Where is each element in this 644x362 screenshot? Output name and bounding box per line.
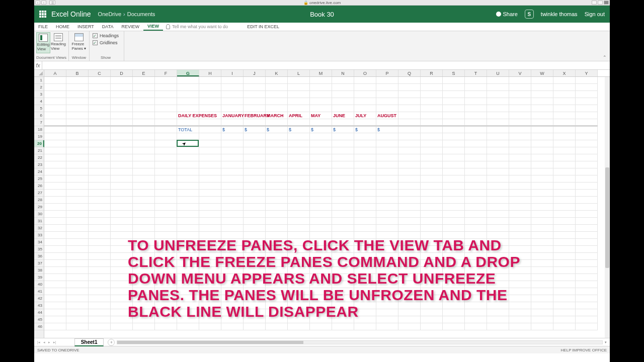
cell-J20[interactable] (244, 140, 266, 147)
cell-A46[interactable] (44, 323, 66, 330)
cell-M26[interactable] (310, 183, 332, 190)
cell-C31[interactable] (89, 218, 111, 225)
cell-Y4[interactable] (576, 98, 598, 105)
cell-I28[interactable] (221, 197, 244, 204)
cell-W28[interactable] (531, 197, 553, 204)
cell-F1[interactable] (155, 77, 177, 84)
cell-X35[interactable] (553, 246, 576, 253)
cell-C26[interactable] (89, 183, 111, 190)
cell-C5[interactable] (89, 105, 111, 112)
cell-T23[interactable] (465, 161, 487, 168)
cell-I31[interactable] (221, 218, 244, 225)
cell-K18[interactable]: $ (266, 126, 288, 133)
row-header-25[interactable]: 25 (34, 175, 44, 183)
cell-L21[interactable] (288, 147, 310, 154)
cell-T25[interactable] (465, 175, 487, 183)
cell-F20[interactable] (155, 140, 177, 147)
edit-in-excel[interactable]: EDIT IN EXCEL (243, 23, 283, 31)
cell-W44[interactable] (531, 309, 553, 316)
cell-G23[interactable] (177, 161, 199, 168)
cell-F7[interactable] (155, 119, 177, 126)
cell-Q32[interactable] (398, 225, 421, 232)
cell-R7[interactable] (421, 119, 443, 126)
cell-P26[interactable] (376, 183, 398, 190)
cell-F6[interactable] (155, 112, 177, 119)
cell-H31[interactable] (199, 218, 221, 225)
cell-G22[interactable] (177, 154, 199, 161)
row-header-39[interactable]: 39 (34, 274, 44, 281)
cell-J25[interactable] (244, 175, 266, 183)
cell-D21[interactable] (111, 147, 133, 154)
cell-A33[interactable] (44, 232, 66, 239)
cell-D29[interactable] (111, 204, 133, 211)
cell-N26[interactable] (332, 183, 354, 190)
cell-L5[interactable] (288, 105, 310, 112)
cell-K31[interactable] (266, 218, 288, 225)
cell-O32[interactable] (354, 225, 376, 232)
tabs-browser-icon[interactable] (598, 1, 603, 5)
cell-Y22[interactable] (576, 154, 598, 161)
cell-Y19[interactable] (576, 133, 598, 140)
cell-C43[interactable] (89, 302, 111, 309)
cell-Q18[interactable] (398, 126, 421, 133)
cell-S23[interactable] (443, 161, 465, 168)
cell-L1[interactable] (288, 77, 310, 84)
cell-C42[interactable] (89, 295, 111, 302)
cell-V4[interactable] (509, 98, 531, 105)
col-header-L[interactable]: L (288, 70, 310, 76)
cell-W21[interactable] (531, 147, 553, 154)
cell-D2[interactable] (111, 84, 133, 91)
cell-K3[interactable] (266, 91, 288, 98)
row-header-23[interactable]: 23 (34, 161, 44, 168)
cell-R22[interactable] (421, 154, 443, 161)
cell-Q23[interactable] (398, 161, 421, 168)
cell-K7[interactable] (266, 119, 288, 126)
cell-X28[interactable] (553, 197, 576, 204)
cell-S22[interactable] (443, 154, 465, 161)
cell-E21[interactable] (133, 147, 155, 154)
cell-X42[interactable] (553, 295, 576, 302)
cell-Q27[interactable] (398, 190, 421, 197)
hscroll-thumb[interactable] (117, 341, 303, 344)
cell-K30[interactable] (266, 211, 288, 218)
cell-H1[interactable] (199, 77, 221, 84)
cell-G7[interactable] (177, 119, 199, 126)
cell-X26[interactable] (553, 183, 576, 190)
sheet-prev-icon[interactable]: ◂ (42, 340, 46, 344)
cell-O22[interactable] (354, 154, 376, 161)
cell-W2[interactable] (531, 84, 553, 91)
cell-A20[interactable] (44, 140, 66, 147)
cell-X40[interactable] (553, 281, 576, 288)
cell-V32[interactable] (509, 225, 531, 232)
col-header-I[interactable]: I (221, 70, 244, 76)
cell-A19[interactable] (44, 133, 66, 140)
cell-K24[interactable] (266, 168, 288, 175)
cell-L32[interactable] (288, 225, 310, 232)
cell-Y7[interactable] (576, 119, 598, 126)
cell-J1[interactable] (244, 77, 266, 84)
cell-F46[interactable] (155, 323, 177, 330)
cell-H32[interactable] (199, 225, 221, 232)
cell-B2[interactable] (66, 84, 89, 91)
skype-icon[interactable]: S (525, 10, 534, 19)
cell-Y3[interactable] (576, 91, 598, 98)
cell-W6[interactable] (531, 112, 553, 119)
cell-F25[interactable] (155, 175, 177, 183)
cell-U18[interactable] (487, 126, 509, 133)
cell-X36[interactable] (553, 253, 576, 260)
cell-C30[interactable] (89, 211, 111, 218)
cell-D25[interactable] (111, 175, 133, 183)
cell-G29[interactable] (177, 204, 199, 211)
cell-P6[interactable]: AUGUST (376, 112, 398, 119)
row-header-3[interactable]: 3 (34, 91, 44, 98)
cell-M18[interactable]: $ (310, 126, 332, 133)
cell-X33[interactable] (553, 232, 576, 239)
cell-B37[interactable] (66, 260, 89, 267)
cell-Y40[interactable] (576, 281, 598, 288)
cell-U32[interactable] (487, 225, 509, 232)
cell-E2[interactable] (133, 84, 155, 91)
cell-G26[interactable] (177, 183, 199, 190)
row-header-36[interactable]: 36 (34, 253, 44, 260)
cell-J23[interactable] (244, 161, 266, 168)
cell-Q19[interactable] (398, 133, 421, 140)
